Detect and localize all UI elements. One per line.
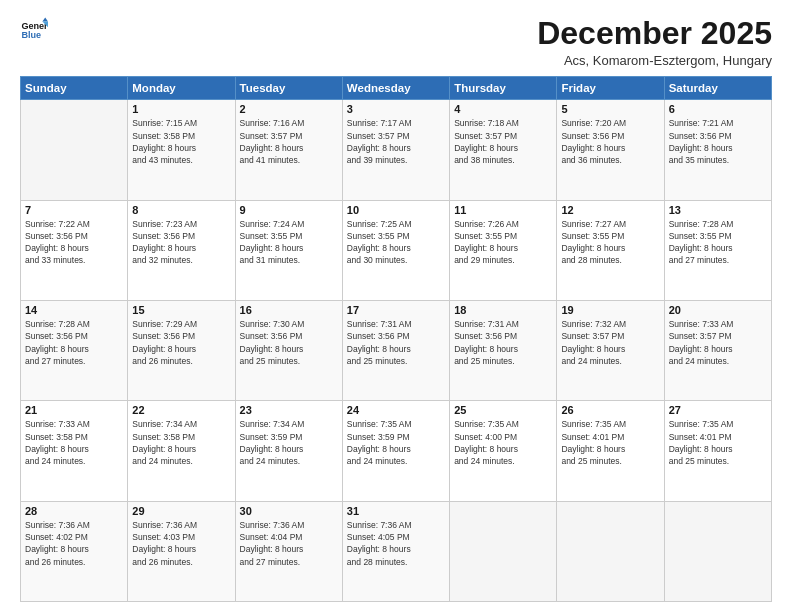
calendar: Sunday Monday Tuesday Wednesday Thursday… — [20, 76, 772, 602]
day-info: Sunrise: 7:21 AMSunset: 3:56 PMDaylight:… — [669, 117, 767, 166]
day-number: 17 — [347, 304, 445, 316]
day-info: Sunrise: 7:35 AMSunset: 4:01 PMDaylight:… — [561, 418, 659, 467]
day-number: 3 — [347, 103, 445, 115]
calendar-cell: 15Sunrise: 7:29 AMSunset: 3:56 PMDayligh… — [128, 300, 235, 400]
calendar-cell: 16Sunrise: 7:30 AMSunset: 3:56 PMDayligh… — [235, 300, 342, 400]
calendar-cell: 26Sunrise: 7:35 AMSunset: 4:01 PMDayligh… — [557, 401, 664, 501]
calendar-cell: 30Sunrise: 7:36 AMSunset: 4:04 PMDayligh… — [235, 501, 342, 601]
day-number: 2 — [240, 103, 338, 115]
day-number: 4 — [454, 103, 552, 115]
col-saturday: Saturday — [664, 77, 771, 100]
day-info: Sunrise: 7:27 AMSunset: 3:55 PMDaylight:… — [561, 218, 659, 267]
calendar-cell: 23Sunrise: 7:34 AMSunset: 3:59 PMDayligh… — [235, 401, 342, 501]
calendar-cell: 14Sunrise: 7:28 AMSunset: 3:56 PMDayligh… — [21, 300, 128, 400]
day-number: 8 — [132, 204, 230, 216]
day-info: Sunrise: 7:20 AMSunset: 3:56 PMDaylight:… — [561, 117, 659, 166]
day-info: Sunrise: 7:17 AMSunset: 3:57 PMDaylight:… — [347, 117, 445, 166]
day-number: 15 — [132, 304, 230, 316]
calendar-cell: 5Sunrise: 7:20 AMSunset: 3:56 PMDaylight… — [557, 100, 664, 200]
calendar-cell: 2Sunrise: 7:16 AMSunset: 3:57 PMDaylight… — [235, 100, 342, 200]
calendar-cell: 11Sunrise: 7:26 AMSunset: 3:55 PMDayligh… — [450, 200, 557, 300]
day-number: 26 — [561, 404, 659, 416]
day-number: 22 — [132, 404, 230, 416]
calendar-cell: 12Sunrise: 7:27 AMSunset: 3:55 PMDayligh… — [557, 200, 664, 300]
day-number: 28 — [25, 505, 123, 517]
day-info: Sunrise: 7:33 AMSunset: 3:57 PMDaylight:… — [669, 318, 767, 367]
svg-marker-2 — [42, 17, 48, 21]
day-info: Sunrise: 7:36 AMSunset: 4:05 PMDaylight:… — [347, 519, 445, 568]
day-info: Sunrise: 7:29 AMSunset: 3:56 PMDaylight:… — [132, 318, 230, 367]
calendar-cell: 9Sunrise: 7:24 AMSunset: 3:55 PMDaylight… — [235, 200, 342, 300]
day-info: Sunrise: 7:30 AMSunset: 3:56 PMDaylight:… — [240, 318, 338, 367]
day-info: Sunrise: 7:34 AMSunset: 3:59 PMDaylight:… — [240, 418, 338, 467]
calendar-week-0: 1Sunrise: 7:15 AMSunset: 3:58 PMDaylight… — [21, 100, 772, 200]
calendar-cell: 8Sunrise: 7:23 AMSunset: 3:56 PMDaylight… — [128, 200, 235, 300]
day-number: 5 — [561, 103, 659, 115]
calendar-cell — [21, 100, 128, 200]
day-info: Sunrise: 7:26 AMSunset: 3:55 PMDaylight:… — [454, 218, 552, 267]
calendar-cell: 31Sunrise: 7:36 AMSunset: 4:05 PMDayligh… — [342, 501, 449, 601]
day-number: 21 — [25, 404, 123, 416]
day-number: 19 — [561, 304, 659, 316]
day-info: Sunrise: 7:24 AMSunset: 3:55 PMDaylight:… — [240, 218, 338, 267]
calendar-header: Sunday Monday Tuesday Wednesday Thursday… — [21, 77, 772, 100]
day-number: 29 — [132, 505, 230, 517]
calendar-cell: 24Sunrise: 7:35 AMSunset: 3:59 PMDayligh… — [342, 401, 449, 501]
calendar-cell: 17Sunrise: 7:31 AMSunset: 3:56 PMDayligh… — [342, 300, 449, 400]
calendar-cell — [450, 501, 557, 601]
calendar-cell: 27Sunrise: 7:35 AMSunset: 4:01 PMDayligh… — [664, 401, 771, 501]
svg-text:Blue: Blue — [21, 30, 41, 40]
day-info: Sunrise: 7:28 AMSunset: 3:56 PMDaylight:… — [25, 318, 123, 367]
col-wednesday: Wednesday — [342, 77, 449, 100]
calendar-cell: 18Sunrise: 7:31 AMSunset: 3:56 PMDayligh… — [450, 300, 557, 400]
day-number: 23 — [240, 404, 338, 416]
day-number: 20 — [669, 304, 767, 316]
day-info: Sunrise: 7:35 AMSunset: 4:00 PMDaylight:… — [454, 418, 552, 467]
day-info: Sunrise: 7:25 AMSunset: 3:55 PMDaylight:… — [347, 218, 445, 267]
day-number: 18 — [454, 304, 552, 316]
day-number: 24 — [347, 404, 445, 416]
day-info: Sunrise: 7:35 AMSunset: 4:01 PMDaylight:… — [669, 418, 767, 467]
day-info: Sunrise: 7:33 AMSunset: 3:58 PMDaylight:… — [25, 418, 123, 467]
calendar-cell: 21Sunrise: 7:33 AMSunset: 3:58 PMDayligh… — [21, 401, 128, 501]
logo: General Blue — [20, 16, 48, 44]
day-info: Sunrise: 7:35 AMSunset: 3:59 PMDaylight:… — [347, 418, 445, 467]
col-friday: Friday — [557, 77, 664, 100]
col-sunday: Sunday — [21, 77, 128, 100]
day-info: Sunrise: 7:16 AMSunset: 3:57 PMDaylight:… — [240, 117, 338, 166]
calendar-cell: 19Sunrise: 7:32 AMSunset: 3:57 PMDayligh… — [557, 300, 664, 400]
day-info: Sunrise: 7:36 AMSunset: 4:02 PMDaylight:… — [25, 519, 123, 568]
calendar-cell: 25Sunrise: 7:35 AMSunset: 4:00 PMDayligh… — [450, 401, 557, 501]
day-number: 31 — [347, 505, 445, 517]
subtitle: Acs, Komarom-Esztergom, Hungary — [537, 53, 772, 68]
calendar-cell: 3Sunrise: 7:17 AMSunset: 3:57 PMDaylight… — [342, 100, 449, 200]
day-info: Sunrise: 7:28 AMSunset: 3:55 PMDaylight:… — [669, 218, 767, 267]
day-number: 14 — [25, 304, 123, 316]
col-tuesday: Tuesday — [235, 77, 342, 100]
calendar-week-4: 28Sunrise: 7:36 AMSunset: 4:02 PMDayligh… — [21, 501, 772, 601]
day-number: 25 — [454, 404, 552, 416]
calendar-cell: 10Sunrise: 7:25 AMSunset: 3:55 PMDayligh… — [342, 200, 449, 300]
calendar-week-3: 21Sunrise: 7:33 AMSunset: 3:58 PMDayligh… — [21, 401, 772, 501]
calendar-cell: 29Sunrise: 7:36 AMSunset: 4:03 PMDayligh… — [128, 501, 235, 601]
col-thursday: Thursday — [450, 77, 557, 100]
calendar-cell: 6Sunrise: 7:21 AMSunset: 3:56 PMDaylight… — [664, 100, 771, 200]
calendar-cell: 4Sunrise: 7:18 AMSunset: 3:57 PMDaylight… — [450, 100, 557, 200]
month-title: December 2025 — [537, 16, 772, 51]
calendar-cell: 20Sunrise: 7:33 AMSunset: 3:57 PMDayligh… — [664, 300, 771, 400]
calendar-cell: 13Sunrise: 7:28 AMSunset: 3:55 PMDayligh… — [664, 200, 771, 300]
day-number: 11 — [454, 204, 552, 216]
day-number: 27 — [669, 404, 767, 416]
day-number: 30 — [240, 505, 338, 517]
calendar-cell: 28Sunrise: 7:36 AMSunset: 4:02 PMDayligh… — [21, 501, 128, 601]
day-info: Sunrise: 7:32 AMSunset: 3:57 PMDaylight:… — [561, 318, 659, 367]
day-info: Sunrise: 7:34 AMSunset: 3:58 PMDaylight:… — [132, 418, 230, 467]
day-info: Sunrise: 7:23 AMSunset: 3:56 PMDaylight:… — [132, 218, 230, 267]
day-number: 13 — [669, 204, 767, 216]
calendar-cell: 7Sunrise: 7:22 AMSunset: 3:56 PMDaylight… — [21, 200, 128, 300]
day-info: Sunrise: 7:15 AMSunset: 3:58 PMDaylight:… — [132, 117, 230, 166]
day-info: Sunrise: 7:31 AMSunset: 3:56 PMDaylight:… — [347, 318, 445, 367]
col-monday: Monday — [128, 77, 235, 100]
day-number: 16 — [240, 304, 338, 316]
calendar-week-2: 14Sunrise: 7:28 AMSunset: 3:56 PMDayligh… — [21, 300, 772, 400]
